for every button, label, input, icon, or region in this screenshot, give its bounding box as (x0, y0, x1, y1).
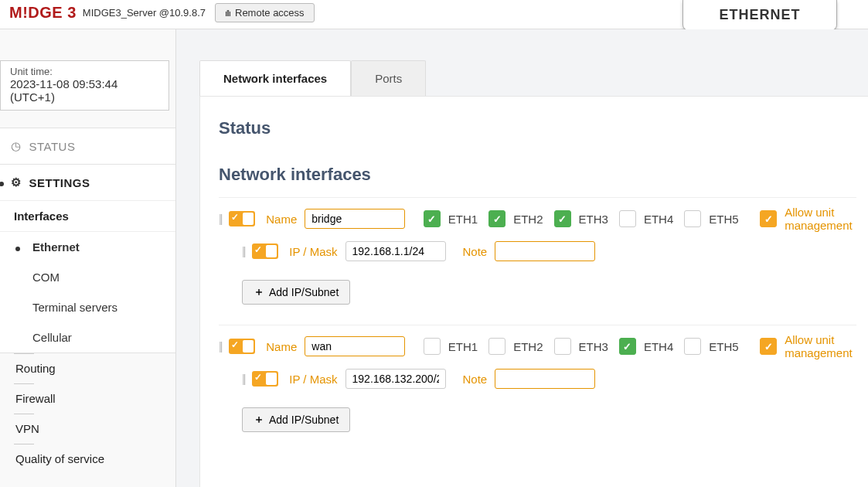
note-input[interactable] (495, 369, 595, 389)
ni-heading: Network interfaces (219, 165, 856, 185)
eth3-checkbox[interactable] (554, 338, 571, 355)
nav-settings-label: SETTINGS (29, 176, 90, 189)
tab-ports[interactable]: Ports (351, 60, 426, 96)
nav-vpn[interactable]: VPN (0, 414, 175, 444)
ipmask-label: IP / Mask (289, 373, 337, 386)
remote-access-button[interactable]: Remote access (215, 3, 315, 22)
brand-logo: M!DGE 3 (9, 4, 77, 22)
plus-icon: ＋ (254, 413, 264, 427)
eth3-label: ETH3 (579, 340, 608, 353)
sidebar: Unit time: 2023-11-08 09:53:44 (UTC+1) S… (0, 29, 176, 487)
nav-qos[interactable]: Quality of service (0, 444, 175, 474)
nav-cellular[interactable]: Cellular (0, 322, 175, 352)
eth5-checkbox[interactable] (684, 338, 701, 355)
status-heading: Status (219, 118, 856, 138)
eth2-checkbox[interactable]: ✓ (488, 210, 505, 227)
remote-access-label: Remote access (235, 7, 305, 19)
ipmask-input[interactable] (345, 369, 446, 389)
drag-handle-icon[interactable]: || (242, 245, 244, 257)
unit-time-value: 2023-11-08 09:53:44 (UTC+1) (10, 77, 159, 104)
unit-time-box: Unit time: 2023-11-08 09:53:44 (UTC+1) (0, 60, 169, 111)
plus-icon: ＋ (254, 285, 264, 299)
allow-mgmt-label: Allow unit management (785, 333, 856, 359)
nav-terminal[interactable]: Terminal servers (0, 292, 175, 322)
eth1-checkbox[interactable]: ✓ (424, 210, 441, 227)
ip-row: || IP / Mask Note (219, 238, 856, 269)
ipmask-label: IP / Mask (289, 245, 337, 258)
eth1-label: ETH1 (448, 213, 478, 226)
eth5-label: ETH5 (709, 340, 738, 353)
interface-row: || Name ✓ETH1 ✓ETH2 ✓ETH3 ETH4 ETH5 ✓ Al… (219, 197, 856, 238)
eth2-label: ETH2 (513, 340, 543, 353)
note-input[interactable] (495, 241, 595, 261)
page-flag: ETHERNET (682, 0, 837, 31)
eth5-checkbox[interactable] (684, 210, 701, 227)
allow-mgmt-checkbox[interactable]: ✓ (760, 338, 777, 355)
enable-toggle[interactable] (252, 244, 278, 259)
note-label: Note (463, 373, 488, 386)
enable-toggle[interactable] (252, 371, 278, 387)
nav-interfaces[interactable]: Interfaces (0, 200, 175, 231)
nav-status[interactable]: STATUS (0, 128, 175, 164)
eth4-checkbox[interactable]: ✓ (619, 338, 636, 355)
add-ip-button[interactable]: ＋ Add IP/Subnet (242, 280, 350, 305)
eth4-label: ETH4 (644, 340, 673, 353)
allow-mgmt-label: Allow unit management (785, 206, 856, 232)
nav-ethernet-label: Ethernet (32, 240, 80, 254)
eth4-checkbox[interactable] (619, 210, 636, 227)
note-label: Note (463, 245, 488, 258)
add-ip-label: Add IP/Subnet (269, 286, 339, 298)
name-label: Name (266, 340, 297, 353)
eth2-checkbox[interactable] (488, 338, 505, 355)
enable-toggle[interactable] (229, 339, 255, 354)
interface-row: || Name ETH1 ETH2 ETH3 ✓ETH4 ETH5 ✓ Allo… (219, 325, 856, 366)
drag-handle-icon[interactable]: || (219, 340, 221, 352)
nav-firewall[interactable]: Firewall (0, 383, 175, 414)
ip-row: || IP / Mask Note (219, 366, 856, 397)
ipmask-input[interactable] (345, 241, 446, 261)
eth1-label: ETH1 (448, 340, 478, 353)
enable-toggle[interactable] (229, 211, 255, 226)
tabrow: Network interfaces Ports (199, 60, 868, 96)
drag-handle-icon[interactable]: || (242, 373, 244, 385)
nav-ethernet[interactable]: Ethernet (0, 231, 175, 262)
gear-icon (11, 175, 22, 189)
name-input[interactable] (305, 336, 405, 356)
eth3-checkbox[interactable]: ✓ (554, 210, 571, 227)
eth3-label: ETH3 (579, 213, 608, 226)
name-label: Name (266, 213, 297, 226)
eth5-label: ETH5 (709, 213, 738, 226)
add-ip-button[interactable]: ＋ Add IP/Subnet (242, 407, 350, 432)
name-input[interactable] (305, 209, 405, 229)
signal-icon (225, 7, 230, 19)
nav-routing[interactable]: Routing (0, 353, 175, 383)
eth1-checkbox[interactable] (424, 338, 441, 355)
drag-handle-icon[interactable]: || (219, 213, 221, 225)
tab-network-interfaces[interactable]: Network interfaces (199, 60, 351, 96)
panel: Status Network interfaces || Name ✓ETH1 … (199, 96, 868, 487)
main: Network interfaces Ports Status Network … (176, 29, 868, 487)
host-label: MIDGE3_Server @10.9.8.7 (83, 7, 206, 19)
nav-settings[interactable]: SETTINGS (0, 164, 175, 200)
meter-icon (11, 139, 22, 153)
add-ip-label: Add IP/Subnet (269, 414, 339, 426)
nav-com[interactable]: COM (0, 262, 175, 292)
allow-mgmt-checkbox[interactable]: ✓ (760, 210, 777, 227)
eth2-label: ETH2 (513, 213, 543, 226)
unit-time-label: Unit time: (10, 66, 159, 77)
nav-status-label: STATUS (29, 140, 76, 153)
eth4-label: ETH4 (644, 213, 673, 226)
